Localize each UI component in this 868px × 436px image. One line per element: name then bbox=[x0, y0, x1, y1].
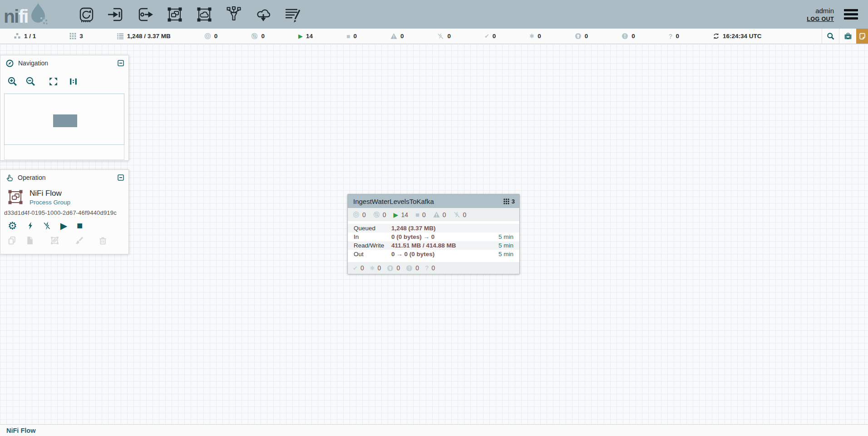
bolt-slash-icon bbox=[43, 221, 51, 230]
pg-stopped: ■ 0 bbox=[415, 211, 426, 218]
remote-process-group-tool-icon[interactable] bbox=[195, 5, 213, 24]
threads-grid-icon bbox=[503, 198, 509, 204]
pg-up-to-date: ✔ 0 bbox=[353, 264, 364, 272]
pg-sync-failure: ? 0 bbox=[425, 264, 435, 272]
logout-link[interactable]: LOG OUT bbox=[807, 16, 834, 22]
logo-fi: fi bbox=[18, 6, 28, 27]
nifi-droplet-icon bbox=[28, 2, 49, 26]
status-items: 1 / 1 3 1,248 / 3.37 MB 0 bbox=[0, 29, 822, 44]
flow-canvas[interactable]: Navigation bbox=[0, 44, 868, 424]
process-group-stats: Queued 1,248 (3.37 MB) In 0 (0 bytes) → … bbox=[348, 221, 519, 258]
zoom-out-button[interactable] bbox=[25, 76, 36, 87]
nifi-logo: nifi bbox=[0, 0, 69, 29]
operation-panel-header: Operation bbox=[0, 170, 128, 185]
navigation-panel-title: Navigation bbox=[18, 59, 113, 67]
stale-arrow-up-icon bbox=[387, 265, 394, 272]
pg-invalid: 0 bbox=[433, 211, 446, 218]
birdseye-minimap[interactable] bbox=[4, 94, 124, 145]
status-cluster: 1 / 1 bbox=[14, 33, 36, 40]
bolt-icon bbox=[27, 221, 34, 230]
processor-tool-icon[interactable] bbox=[77, 5, 95, 24]
selection-name: NiFi Flow bbox=[30, 188, 70, 198]
invalid-warning-icon bbox=[390, 33, 397, 40]
running-icon: ▶ bbox=[394, 212, 399, 218]
funnel-tool-icon[interactable] bbox=[225, 5, 243, 24]
output-port-tool-icon[interactable] bbox=[136, 5, 154, 24]
stopped-icon: ■ bbox=[415, 211, 419, 218]
copy-button[interactable] bbox=[7, 236, 17, 245]
selection-summary: NiFi Flow Process Group bbox=[0, 185, 128, 206]
sync-failure-icon: ? bbox=[425, 265, 429, 271]
flow-status-bar: 1 / 1 3 1,248 / 3.37 MB 0 bbox=[0, 29, 868, 44]
stat-row-read-write: Read/Write 411.51 MB / 414.88 MB 5 min bbox=[348, 241, 519, 250]
start-button[interactable]: ▶ bbox=[60, 221, 67, 230]
selection-id: d33d1d4f-0195-1000-2d67-46f9440d919c bbox=[0, 206, 128, 216]
search-button[interactable] bbox=[822, 29, 839, 44]
threads-grid-icon bbox=[69, 33, 76, 40]
delete-button[interactable] bbox=[98, 236, 108, 245]
not-transmitting-icon bbox=[251, 33, 258, 40]
flow-analysis-button[interactable] bbox=[839, 29, 856, 44]
operation-collapse-button[interactable] bbox=[117, 174, 124, 181]
compass-icon bbox=[6, 59, 14, 67]
logo-ni: ni bbox=[4, 6, 18, 27]
bulletin-note-button[interactable] bbox=[856, 29, 868, 44]
collapse-icon bbox=[117, 59, 124, 67]
zoom-fit-button[interactable] bbox=[48, 76, 59, 87]
enable-button[interactable] bbox=[27, 221, 34, 230]
navigation-zoom-controls bbox=[0, 71, 128, 87]
collapse-icon bbox=[117, 174, 124, 181]
birdseye-viewport-rect[interactable] bbox=[53, 114, 77, 127]
process-group-version-states: ✔ 0 ✱ 0 0 0 ? bbox=[348, 262, 519, 274]
disable-button[interactable] bbox=[43, 221, 51, 230]
stop-button[interactable]: ■ bbox=[77, 221, 83, 230]
zoom-out-icon bbox=[25, 76, 36, 87]
status-refresh[interactable]: 16:24:34 UTC bbox=[713, 33, 762, 40]
selection-text: NiFi Flow Process Group bbox=[30, 188, 70, 206]
refresh-time: 16:24:34 UTC bbox=[723, 33, 762, 40]
cluster-icon bbox=[14, 33, 21, 40]
status-locally-modified-and-stale: 0 bbox=[621, 33, 635, 40]
transmitting-icon bbox=[204, 33, 211, 40]
status-invalid: 0 bbox=[390, 33, 404, 40]
zoom-in-button[interactable] bbox=[7, 76, 18, 87]
brush-icon bbox=[74, 236, 84, 245]
label-tool-icon[interactable] bbox=[284, 5, 302, 24]
hand-pointer-icon bbox=[6, 174, 13, 182]
nifi-logo-text: nifi bbox=[4, 7, 28, 26]
locally-modified-icon: ✱ bbox=[370, 265, 375, 271]
status-stale: 0 bbox=[575, 33, 588, 40]
zoom-actual-size-button[interactable] bbox=[68, 76, 79, 87]
process-group-name: IngestWaterLevelsToKafka bbox=[353, 198, 503, 205]
configure-button[interactable]: ⚙ bbox=[8, 221, 17, 230]
note-icon bbox=[858, 32, 866, 40]
copy-icon bbox=[7, 236, 17, 245]
search-icon bbox=[827, 32, 834, 40]
status-disabled: 0 bbox=[437, 33, 451, 40]
paste-button[interactable] bbox=[25, 236, 35, 245]
locally-modified-icon: ✱ bbox=[529, 33, 534, 39]
template-tool-icon[interactable] bbox=[254, 5, 272, 24]
stat-row-in: In 0 (0 bytes) → 0 5 min bbox=[348, 233, 519, 241]
paste-icon bbox=[25, 236, 35, 245]
status-up-to-date: ✔ 0 bbox=[484, 33, 496, 40]
global-menu-icon[interactable] bbox=[842, 7, 860, 21]
process-group-tool-icon[interactable] bbox=[166, 5, 184, 24]
operation-panel: Operation NiFi Flow Process Group bbox=[0, 169, 129, 254]
breadcrumb[interactable]: NiFi Flow bbox=[6, 427, 35, 434]
up-to-date-icon: ✔ bbox=[484, 33, 489, 39]
status-queued: 1,248 / 3.37 MB bbox=[117, 33, 171, 40]
status-running: ▶ 14 bbox=[298, 33, 313, 40]
navigation-collapse-button[interactable] bbox=[117, 59, 124, 67]
process-group-node[interactable]: IngestWaterLevelsToKafka 3 0 bbox=[347, 194, 520, 274]
input-port-tool-icon[interactable] bbox=[107, 5, 125, 24]
process-group-header: IngestWaterLevelsToKafka 3 bbox=[348, 194, 519, 208]
status-stopped: ■ 0 bbox=[346, 33, 357, 40]
stat-row-queued: Queued 1,248 (3.37 MB) bbox=[348, 224, 519, 233]
status-locally-modified: ✱ 0 bbox=[529, 33, 541, 40]
zoom-in-icon bbox=[7, 76, 18, 87]
group-button[interactable] bbox=[50, 236, 59, 245]
color-button[interactable] bbox=[74, 236, 84, 245]
trash-icon bbox=[98, 236, 108, 245]
running-icon: ▶ bbox=[298, 33, 303, 39]
